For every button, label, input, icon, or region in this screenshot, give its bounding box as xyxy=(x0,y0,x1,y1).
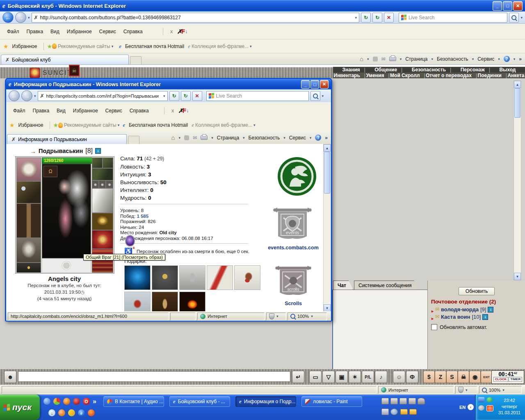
scroll-thumb[interactable] xyxy=(324,152,330,194)
timer-label[interactable]: TIMER xyxy=(509,377,522,382)
earring-slot[interactable] xyxy=(92,158,103,168)
popup-titlebar[interactable]: e Информация о Подрываськин - Windows In… xyxy=(6,79,331,89)
helmet-slot[interactable] xyxy=(16,158,41,181)
stop-button[interactable]: ✕ xyxy=(384,13,394,23)
chat-input[interactable] xyxy=(18,371,290,382)
help-icon[interactable]: ? xyxy=(315,135,321,141)
popup-scrollbar[interactable]: ▲ ▼ xyxy=(323,144,331,311)
shield-dropdown[interactable]: ▾ xyxy=(276,314,278,318)
back-button[interactable]: ← xyxy=(2,12,14,23)
taskbar-task-paint[interactable]: ловилас - Paint xyxy=(301,396,362,407)
webslices-link[interactable]: Коллекция веб-фрагме... xyxy=(192,43,249,49)
home-icon[interactable]: ⌂ xyxy=(360,55,363,62)
suggested-sites-dropdown[interactable]: ▾ xyxy=(112,44,114,48)
zoom-dropdown[interactable]: ▾ xyxy=(502,388,504,392)
popup-refresh-button[interactable]: ↻ xyxy=(181,91,191,101)
webslices-link[interactable]: Коллекция веб-фрагме... xyxy=(195,122,252,128)
menu-file[interactable]: Файл xyxy=(9,107,29,115)
page-dropdown[interactable]: ▾ xyxy=(431,57,434,61)
info-icon[interactable]: i xyxy=(95,148,101,154)
language-indicator[interactable]: EN xyxy=(459,405,466,410)
refresh-button[interactable]: ↻ xyxy=(372,13,382,23)
page-dropdown[interactable]: ▾ xyxy=(243,136,245,140)
punto-icon[interactable] xyxy=(68,409,75,416)
smiley-panel-button[interactable]: ☻ xyxy=(4,371,16,383)
skype-icon[interactable] xyxy=(58,409,65,416)
read-mail-icon[interactable]: ✉ xyxy=(193,135,197,141)
safety-dropdown[interactable]: ▾ xyxy=(283,136,285,140)
blades-slot[interactable] xyxy=(92,188,113,213)
popup-back-button[interactable]: ← xyxy=(9,90,20,101)
actions-button[interactable]: ✶ xyxy=(349,371,361,383)
antivirus-icon[interactable] xyxy=(486,397,493,402)
taskbar-task-vkontakte[interactable]: В Контакте | Аудио ... xyxy=(103,396,164,407)
home-dropdown[interactable]: ▾ xyxy=(367,57,369,61)
search-go-button[interactable] xyxy=(509,13,519,23)
gift-banner[interactable] xyxy=(152,265,178,290)
necklace-slot[interactable] xyxy=(92,168,113,180)
page-menu[interactable]: Страница xyxy=(405,56,427,62)
character-sign-icon[interactable]: Ω xyxy=(43,166,57,177)
more-commands-chevron[interactable]: » xyxy=(325,135,328,141)
popup-search-go-button[interactable] xyxy=(310,91,320,101)
chrome-icon[interactable] xyxy=(53,398,60,405)
zoom-cell[interactable]: 100% ▾ xyxy=(479,386,522,394)
favorites-button[interactable]: Избранное xyxy=(15,121,47,129)
menu-favorites[interactable]: Избранное xyxy=(69,107,102,115)
nav-knowledge[interactable]: Знания xyxy=(342,67,365,73)
printer-icon[interactable] xyxy=(409,398,416,404)
amulet-slot[interactable] xyxy=(92,213,113,230)
scrolls-link[interactable]: Scrolls xyxy=(269,301,318,306)
safety-dropdown[interactable]: ▾ xyxy=(472,57,474,61)
address-bar[interactable]: ✗ http://suncity.combats.com/buttons.pl?… xyxy=(32,13,359,23)
menu-help[interactable]: Справка xyxy=(126,107,153,115)
microphone-icon[interactable] xyxy=(418,398,425,404)
ring-slot[interactable] xyxy=(92,180,99,188)
popup-search-dropdown[interactable]: ▾ xyxy=(322,94,324,98)
belt-slot[interactable] xyxy=(16,262,41,273)
zoom-dropdown[interactable]: ▾ xyxy=(311,314,313,318)
earring-slot[interactable] xyxy=(103,158,113,168)
scroll-up-button[interactable]: ▲ xyxy=(324,144,331,152)
ring-slot[interactable] xyxy=(106,180,113,188)
auto-refresh-checkbox[interactable] xyxy=(431,324,437,330)
taskbar-task-fight-club[interactable]: e Бойцовский клуб - ... xyxy=(169,396,230,407)
webslices-dropdown[interactable]: ▾ xyxy=(250,44,252,48)
nav-duels[interactable]: Поединки xyxy=(478,73,507,78)
log-button[interactable]: ▣ xyxy=(336,371,348,383)
home-icon[interactable]: ⌂ xyxy=(171,134,175,141)
scroll-thumb[interactable] xyxy=(514,88,520,118)
menu-help[interactable]: Справка xyxy=(120,27,146,36)
attack-arrow-icon[interactable]: → xyxy=(30,148,36,155)
refresh-mail-button[interactable]: Обновить xyxy=(459,287,495,295)
download-arrow-icon[interactable]: ↓ xyxy=(186,108,189,114)
favorites-button[interactable]: Избранное xyxy=(9,42,41,50)
menu-edit[interactable]: Правка xyxy=(29,107,53,115)
mail-sender-link[interactable]: володя-морда xyxy=(441,306,479,313)
hotmail-link[interactable]: Бесплатная почта Hotmail xyxy=(121,42,188,50)
nav-communication[interactable]: Общение xyxy=(374,67,402,73)
show-desktop-icon[interactable] xyxy=(43,398,50,405)
start-button[interactable]: пуск xyxy=(0,395,40,420)
popup-history-dropdown[interactable]: ▾ xyxy=(34,94,36,98)
gift-mushroom[interactable] xyxy=(124,265,151,290)
webslices-dropdown[interactable]: ▾ xyxy=(253,123,256,127)
safety-menu[interactable]: Безопасность xyxy=(437,56,468,62)
download-arrow-icon[interactable]: ↓ xyxy=(185,29,187,34)
nav-my-scroll[interactable]: Мой Скролл xyxy=(390,73,425,78)
print-dropdown[interactable]: ▾ xyxy=(400,57,402,61)
game-clock[interactable]: 00:41 42 CLOCK TIMER xyxy=(491,370,524,384)
close-button[interactable]: ✕ xyxy=(513,1,523,11)
tab-chat[interactable]: Чат xyxy=(333,281,353,290)
compatibility-button[interactable]: ↻ xyxy=(361,13,371,23)
deathmark-icon[interactable]: ☠ xyxy=(69,65,80,76)
search-box[interactable]: Live Search xyxy=(399,13,508,23)
club-name[interactable]: Angels city xyxy=(11,275,118,282)
pants-slot[interactable] xyxy=(92,249,113,273)
shoulders-slot[interactable] xyxy=(16,181,41,203)
taskbar-task-character-info[interactable]: e Информация о Подр... xyxy=(235,396,296,407)
add-favorite-icon[interactable]: ★ xyxy=(47,43,52,50)
toolbar-close-icon[interactable]: x xyxy=(171,108,174,114)
scroll-down-button[interactable]: ▼ xyxy=(324,304,331,311)
folder-icon[interactable] xyxy=(409,409,417,415)
